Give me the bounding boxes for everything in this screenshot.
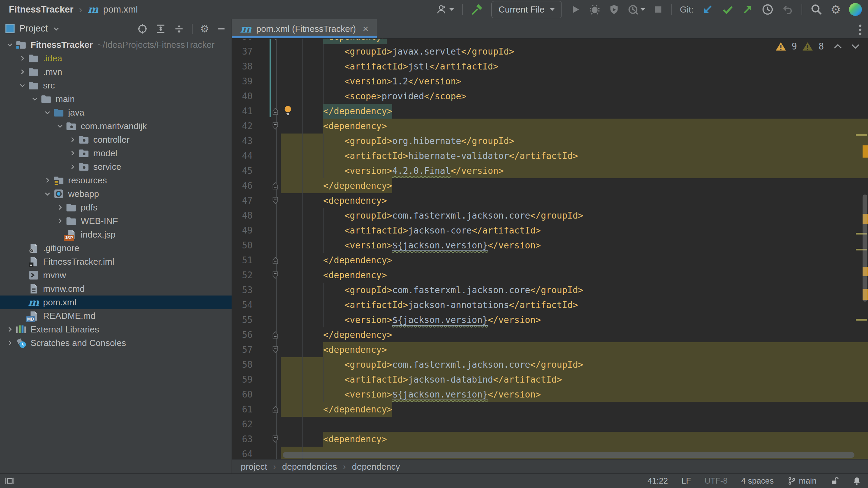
chevron-collapsed-icon[interactable] xyxy=(42,175,53,185)
line-separator[interactable]: LF xyxy=(682,476,691,486)
fold-start-icon[interactable] xyxy=(272,271,279,280)
chevron-collapsed-icon[interactable] xyxy=(55,202,65,212)
code-text[interactable]: <version>${jackson.version}</version> xyxy=(281,238,868,253)
code-line-56[interactable]: 56 </dependency> xyxy=(232,327,868,342)
chevron-expanded-icon[interactable] xyxy=(55,121,65,131)
breadcrumb-dependencies[interactable]: dependencies xyxy=(282,462,337,472)
code-text[interactable] xyxy=(281,417,868,432)
settings-button[interactable]: ⚙ xyxy=(831,4,841,15)
tab-pom-xml[interactable]: m pom.xml (FitnessTracker) × xyxy=(232,19,377,38)
profiler-button[interactable] xyxy=(628,4,645,15)
weak-warning-stripe-mark[interactable] xyxy=(856,319,867,321)
tab-options-button[interactable] xyxy=(859,24,862,36)
code-line-47[interactable]: 47 <dependency> xyxy=(232,193,868,208)
notifications-widget[interactable] xyxy=(852,476,861,486)
code-text[interactable]: </dependency> xyxy=(281,104,868,119)
tree-item-scratches-and-consoles[interactable]: Scratches and Consoles xyxy=(0,336,232,350)
tree-item-fitnesstracker-iml[interactable]: FitnessTracker.iml xyxy=(0,255,232,268)
git-branch-widget[interactable]: main xyxy=(787,476,816,486)
chevron-collapsed-icon[interactable] xyxy=(5,324,15,334)
code-text[interactable]: </dependency> xyxy=(281,253,868,268)
code-line-48[interactable]: 48 <groupId>com.fasterxml.jackson.core</… xyxy=(232,208,868,223)
chevron-collapsed-icon[interactable] xyxy=(17,67,27,77)
git-push-button[interactable] xyxy=(742,4,753,15)
code-text[interactable]: <version>${jackson.version}</version> xyxy=(281,387,868,402)
vertical-scrollbar[interactable] xyxy=(863,195,867,302)
chevron-expanded-icon[interactable] xyxy=(42,107,53,118)
close-icon[interactable]: × xyxy=(363,23,369,35)
tree-item-model[interactable]: model xyxy=(0,146,232,160)
fold-end-icon[interactable] xyxy=(272,330,279,339)
breadcrumb-file[interactable]: pom.xml xyxy=(103,4,138,15)
code-line-53[interactable]: 53 <groupId>com.fasterxml.jackson.core</… xyxy=(232,283,868,298)
code-text[interactable]: </dependency> xyxy=(281,402,868,417)
run-configuration-select[interactable]: Current File xyxy=(491,1,562,18)
code-line-50[interactable]: 50 <version>${jackson.version}</version> xyxy=(232,238,868,253)
code-line-62[interactable]: 62 xyxy=(232,417,868,432)
code-line-54[interactable]: 54 <artifactId>jackson-annotations</arti… xyxy=(232,298,868,312)
code-line-63[interactable]: 63 <dependency> xyxy=(232,432,868,447)
prev-problem-icon[interactable] xyxy=(833,43,843,50)
horizontal-scrollbar[interactable] xyxy=(283,452,854,458)
weak-warning-stripe-mark[interactable] xyxy=(856,134,867,136)
code-line-46[interactable]: 46 </dependency> xyxy=(232,178,868,193)
fold-end-icon[interactable] xyxy=(272,256,279,265)
code-text[interactable]: <artifactId>hibernate-validator</artifac… xyxy=(281,148,868,163)
code-text[interactable]: <groupId>com.fasterxml.jackson.core</gro… xyxy=(281,357,868,372)
code-text[interactable]: <version>${jackson.version}</version> xyxy=(281,312,868,327)
avatar[interactable] xyxy=(849,3,862,16)
code-text[interactable]: <artifactId>jackson-annotations</artifac… xyxy=(281,298,868,312)
caret-position[interactable]: 41:22 xyxy=(648,476,668,486)
code-line-52[interactable]: 52 <dependency> xyxy=(232,268,868,283)
locate-file-icon[interactable] xyxy=(137,23,148,34)
stop-button[interactable] xyxy=(653,5,663,14)
history-button[interactable] xyxy=(762,3,774,16)
code-text[interactable]: <groupId>org.hibernate</groupId> xyxy=(281,134,868,148)
tree-item-index-jsp[interactable]: JSPindex.jsp xyxy=(0,228,232,241)
fold-start-icon[interactable] xyxy=(272,196,279,205)
code-text[interactable]: <groupId>com.fasterxml.jackson.core</gro… xyxy=(281,208,868,223)
rollback-button[interactable] xyxy=(782,4,793,15)
git-commit-button[interactable] xyxy=(722,3,734,16)
code-line-55[interactable]: 55 <version>${jackson.version}</version> xyxy=(232,312,868,327)
code-line-38[interactable]: 38 <artifactId>jstl</artifactId> xyxy=(232,59,868,74)
fold-start-icon[interactable] xyxy=(272,345,279,354)
tree-item-resources[interactable]: resources xyxy=(0,174,232,187)
breadcrumb-project[interactable]: FitnessTracker xyxy=(9,4,74,15)
chevron-collapsed-icon[interactable] xyxy=(67,135,78,145)
code-text[interactable]: <scope>provided</scope> xyxy=(281,89,868,104)
fold-end-icon[interactable] xyxy=(272,181,279,190)
coverage-button[interactable] xyxy=(609,4,619,15)
code-line-51[interactable]: 51 </dependency> xyxy=(232,253,868,268)
fold-end-icon[interactable] xyxy=(272,107,279,116)
inspections-widget[interactable]: 9 8 xyxy=(775,41,861,52)
code-text[interactable]: <artifactId>jackson-databind</artifactId… xyxy=(281,372,868,387)
code-line-36[interactable]: 36 <dependency> xyxy=(232,39,868,44)
file-encoding[interactable]: UTF-8 xyxy=(705,476,728,486)
code-line-42[interactable]: 42 <dependency> xyxy=(232,119,868,134)
tree-item-java[interactable]: java xyxy=(0,106,232,119)
code-text[interactable]: <version>4.2.0.Final</version> xyxy=(281,163,868,178)
chevron-expanded-icon[interactable] xyxy=(17,80,27,90)
hide-panel-icon[interactable] xyxy=(217,24,226,34)
fold-start-icon[interactable] xyxy=(272,435,279,444)
tree-item-fitnesstracker[interactable]: FitnessTracker~/IdeaProjects/FitnessTrac… xyxy=(0,38,232,52)
code-text[interactable]: <groupId>com.fasterxml.jackson.core</gro… xyxy=(281,283,868,298)
chevron-expanded-icon[interactable] xyxy=(42,189,53,199)
breadcrumb-project[interactable]: project xyxy=(241,462,267,472)
fold-start-icon[interactable] xyxy=(272,122,279,130)
code-line-39[interactable]: 39 <version>1.2</version> xyxy=(232,74,868,89)
code-text[interactable]: <artifactId>jstl</artifactId> xyxy=(281,59,868,74)
tree-item--idea[interactable]: .idea xyxy=(0,52,232,65)
tree-item-controller[interactable]: controller xyxy=(0,133,232,146)
debug-button[interactable] xyxy=(589,4,600,15)
chevron-expanded-icon[interactable] xyxy=(5,40,15,50)
chevron-collapsed-icon[interactable] xyxy=(17,53,27,63)
collapse-all-icon[interactable] xyxy=(174,23,184,34)
code-line-43[interactable]: 43 <groupId>org.hibernate</groupId> xyxy=(232,134,868,148)
code-text[interactable]: </dependency> xyxy=(281,178,868,193)
tree-item-service[interactable]: service xyxy=(0,160,232,174)
tree-item-pdfs[interactable]: pdfs xyxy=(0,201,232,214)
code-with-me-button[interactable] xyxy=(436,4,454,15)
chevron-expanded-icon[interactable] xyxy=(30,94,40,104)
